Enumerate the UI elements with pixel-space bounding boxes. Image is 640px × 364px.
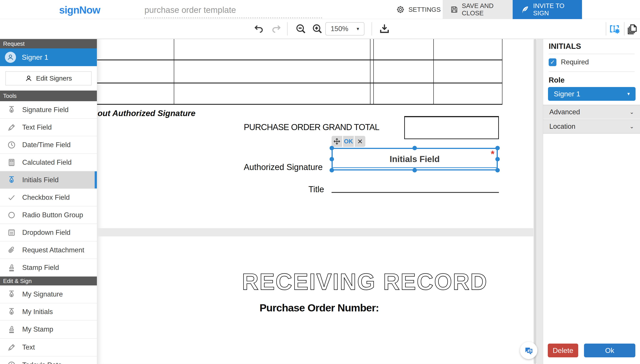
grand-total-box xyxy=(404,116,499,139)
resize-handle-nw[interactable] xyxy=(330,146,334,150)
tool-calculated-field[interactable]: Calculated Field xyxy=(0,154,97,171)
role-select[interactable]: Signer 1 ▾ xyxy=(548,87,635,101)
tool-stamp-field[interactable]: Stamp Field xyxy=(0,259,97,276)
tool-request-attachment[interactable]: Request Attachment xyxy=(0,242,97,259)
document-page-2[interactable]: RECEIVING RECORD Purchase Order Number: xyxy=(97,236,533,364)
toolbar-divider xyxy=(606,22,606,36)
tool-label: Today's Date xyxy=(22,361,62,364)
clock-icon xyxy=(7,140,17,149)
undo-button[interactable] xyxy=(251,19,267,38)
gear-icon xyxy=(396,5,405,14)
zoom-level-value: 150% xyxy=(331,25,348,33)
help-chat-button[interactable] xyxy=(520,342,537,359)
canvas-scrollbar[interactable] xyxy=(533,39,537,364)
dropdown-icon xyxy=(7,228,17,237)
settings-button[interactable]: SETTINGS xyxy=(388,0,448,19)
table-line xyxy=(370,39,370,104)
delete-field-button[interactable]: Delete xyxy=(548,344,578,357)
invite-to-sign-button[interactable]: INVITE TO SIGN xyxy=(513,0,582,19)
location-label: Location xyxy=(549,122,575,130)
save-and-close-label: SAVE AND CLOSE xyxy=(462,2,505,17)
resize-handle-s[interactable] xyxy=(412,168,417,172)
feather-icon xyxy=(520,5,530,14)
table-line xyxy=(502,39,502,104)
redo-button[interactable] xyxy=(269,19,284,38)
initials-field-element[interactable]: Initials Field * xyxy=(332,148,498,170)
request-section-header: Request xyxy=(0,39,97,48)
tool-text-field[interactable]: Text Field xyxy=(0,119,97,136)
move-field-handle[interactable] xyxy=(332,136,342,147)
tool-my-signature[interactable]: My Signature xyxy=(0,286,97,304)
tool-my-stamp[interactable]: My Stamp xyxy=(0,320,97,339)
authorized-signature-label: Authorized Signature xyxy=(244,162,323,172)
tool-dropdown-field[interactable]: Dropdown Field xyxy=(0,224,97,242)
pencil-icon xyxy=(7,123,17,132)
tool-todays-date[interactable]: Today's Date xyxy=(0,356,97,364)
zoom-in-button[interactable] xyxy=(309,19,325,38)
clock-icon xyxy=(7,361,17,364)
pen-nib-icon xyxy=(7,308,17,316)
confirm-ok-button[interactable]: Ok xyxy=(584,344,635,357)
tool-label: My Signature xyxy=(22,290,63,298)
tool-label: Signature Field xyxy=(22,106,69,114)
document-page-1[interactable]: out Authorized Signature PURCHASE ORDER … xyxy=(97,39,533,228)
editor-toolbar: 150% ▾ xyxy=(0,19,640,39)
document-title-input[interactable]: purchase order template xyxy=(144,5,322,15)
resize-handle-se[interactable] xyxy=(495,168,500,172)
tool-text[interactable]: Text xyxy=(0,339,97,356)
tool-radio-button-group[interactable]: Radio Button Group xyxy=(0,206,97,224)
tool-my-initials[interactable]: My Initials xyxy=(0,304,97,320)
tool-label: Radio Button Group xyxy=(22,211,83,219)
zoom-out-button[interactable] xyxy=(293,19,309,38)
tool-datetime-field[interactable]: Date/Time Field xyxy=(0,136,97,154)
resize-handle-sw[interactable] xyxy=(330,168,334,172)
tool-signature-field[interactable]: Signature Field xyxy=(0,101,97,119)
receiving-record-heading: RECEIVING RECORD xyxy=(242,268,504,296)
initials-field-label: Initials Field xyxy=(389,154,440,164)
tool-label: Dropdown Field xyxy=(22,228,70,236)
po-number-label: Purchase Order Number: xyxy=(260,302,379,314)
resize-handle-ne[interactable] xyxy=(495,146,500,150)
edit-signers-button[interactable]: Edit Signers xyxy=(5,71,92,86)
check-icon xyxy=(7,193,17,202)
resize-handle-e[interactable] xyxy=(495,157,500,161)
resize-handle-w[interactable] xyxy=(330,157,334,161)
toolbar-divider xyxy=(287,22,288,36)
checkbox-checked-icon[interactable]: ✓ xyxy=(549,58,556,66)
tool-label: My Stamp xyxy=(22,326,53,333)
save-and-close-button[interactable]: SAVE AND CLOSE xyxy=(443,0,513,19)
tool-checkbox-field[interactable]: Checkbox Field xyxy=(0,189,97,206)
document-canvas[interactable]: out Authorized Signature PURCHASE ORDER … xyxy=(97,39,543,364)
download-button[interactable] xyxy=(376,19,393,38)
required-asterisk: * xyxy=(491,149,494,159)
advanced-label: Advanced xyxy=(549,108,580,116)
signnow-logo[interactable]: signNow xyxy=(59,4,100,16)
field-ok-button[interactable]: OK xyxy=(343,136,354,147)
circle-icon xyxy=(7,211,17,219)
document-title-underline xyxy=(144,17,322,18)
tool-label: Calculated Field xyxy=(22,158,72,166)
pages-copy-button[interactable] xyxy=(625,19,639,38)
field-close-button[interactable]: ✕ xyxy=(355,136,365,147)
signnow-editor: signNow purchase order template SETTINGS xyxy=(0,0,640,364)
location-accordion[interactable]: Location ⌄ xyxy=(543,120,640,134)
table-line xyxy=(433,39,434,104)
field-mini-toolbar: OK ✕ xyxy=(332,136,365,147)
canvas-scrollbar-thumb[interactable] xyxy=(534,39,536,364)
required-label: Required xyxy=(561,58,589,66)
tool-initials-field[interactable]: Initials Field xyxy=(0,171,97,189)
zoom-level-select[interactable]: 150% ▾ xyxy=(325,22,364,36)
signer-1-row[interactable]: Signer 1 xyxy=(0,48,97,66)
pen-nib-icon xyxy=(7,290,17,299)
advanced-accordion[interactable]: Advanced ⌄ xyxy=(543,105,640,119)
grand-total-label: PURCHASE ORDER GRAND TOTAL xyxy=(244,122,379,132)
tool-label: Request Attachment xyxy=(22,246,84,254)
chevron-down-icon: ▾ xyxy=(357,26,359,32)
field-settings-button[interactable] xyxy=(607,19,622,38)
left-sidebar: Request Signer 1 Edit Signers Tools xyxy=(0,39,97,364)
top-bar: signNow purchase order template SETTINGS xyxy=(0,0,640,19)
toolbar-divider xyxy=(371,22,372,36)
pen-nib-icon xyxy=(7,176,17,184)
resize-handle-n[interactable] xyxy=(412,146,417,150)
required-checkbox-row[interactable]: ✓ Required xyxy=(549,58,589,66)
